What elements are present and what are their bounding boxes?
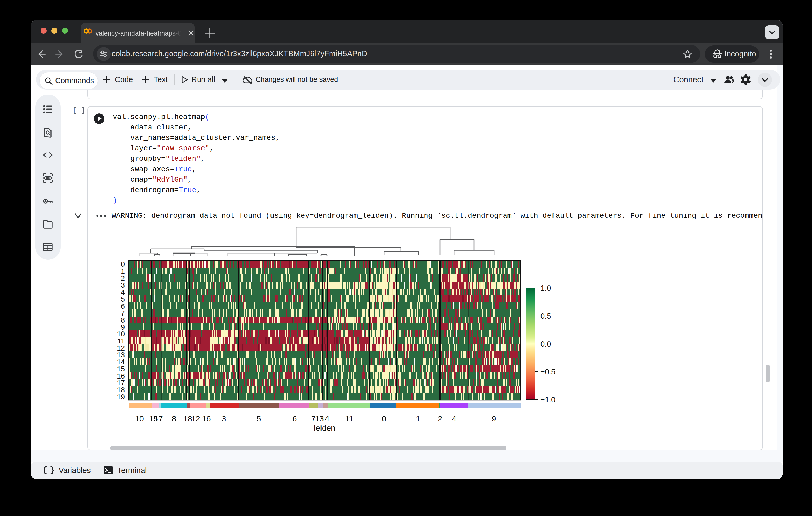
svg-text:17: 17	[117, 379, 125, 387]
svg-text:19: 19	[117, 393, 125, 401]
svg-text:3: 3	[121, 281, 125, 289]
svg-text:4: 4	[121, 288, 125, 296]
svg-text:13: 13	[117, 351, 125, 359]
svg-text:14: 14	[117, 358, 125, 366]
svg-text:17: 17	[154, 414, 163, 423]
svg-text:0.0: 0.0	[541, 340, 551, 348]
svg-text:5: 5	[257, 414, 261, 423]
svg-text:8: 8	[172, 414, 176, 423]
svg-text:1: 1	[121, 267, 125, 275]
svg-text:8: 8	[121, 316, 125, 324]
svg-text:3: 3	[222, 414, 226, 423]
svg-text:18: 18	[183, 414, 192, 423]
svg-text:14: 14	[320, 414, 329, 423]
svg-text:1.0: 1.0	[541, 284, 551, 292]
svg-text:9: 9	[492, 414, 496, 423]
svg-text:15: 15	[117, 365, 125, 373]
svg-text:4: 4	[452, 414, 457, 423]
svg-text:2: 2	[438, 414, 442, 423]
svg-text:0.5: 0.5	[541, 312, 551, 320]
svg-text:1: 1	[416, 414, 420, 423]
svg-text:0: 0	[121, 260, 125, 268]
svg-text:16: 16	[202, 414, 210, 423]
svg-text:leiden: leiden	[314, 423, 336, 433]
svg-text:12: 12	[191, 414, 200, 423]
svg-text:18: 18	[117, 386, 125, 394]
svg-text:7: 7	[121, 309, 125, 317]
svg-text:6: 6	[292, 414, 297, 423]
svg-text:0: 0	[382, 414, 386, 423]
svg-text:10: 10	[135, 414, 144, 423]
svg-text:11: 11	[345, 414, 353, 423]
svg-text:11: 11	[117, 337, 125, 345]
svg-text:−1.0: −1.0	[541, 395, 555, 404]
svg-text:10: 10	[117, 330, 125, 338]
svg-text:−0.5: −0.5	[541, 367, 555, 376]
svg-text:5: 5	[121, 295, 125, 303]
